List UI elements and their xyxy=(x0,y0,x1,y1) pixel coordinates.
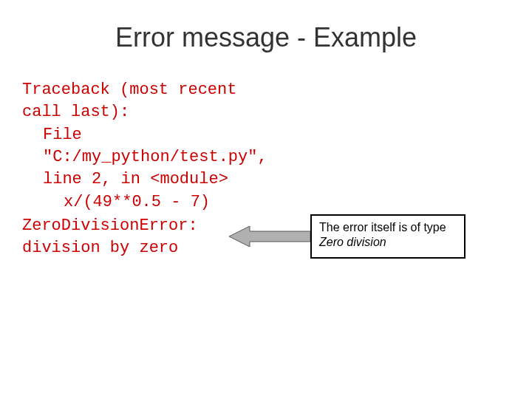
slide-title: Error message - Example xyxy=(0,0,532,79)
arrow-left-icon xyxy=(229,226,310,247)
annotation-callout: The error itself is of type Zero divisio… xyxy=(310,214,466,259)
svg-marker-0 xyxy=(229,226,310,247)
traceback-code-line: x/(49**0.5 - 7) xyxy=(22,191,281,214)
annotation-text-line2: Zero division xyxy=(319,236,386,248)
annotation-text-line1: The error itself is of type xyxy=(319,221,446,233)
traceback-header: Traceback (most recent call last): xyxy=(22,79,281,123)
traceback-file-line: File "C:/my_python/test.py", line 2, in … xyxy=(22,124,281,190)
